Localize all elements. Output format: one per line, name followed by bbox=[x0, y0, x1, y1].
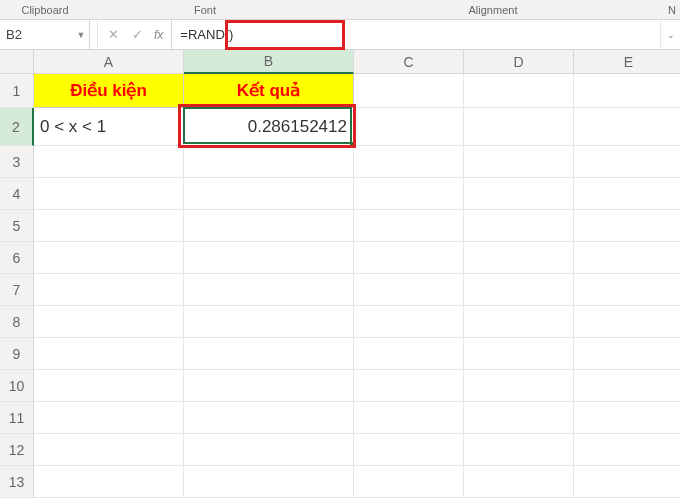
cell-E7[interactable] bbox=[574, 274, 680, 306]
cell-E9[interactable] bbox=[574, 338, 680, 370]
row-header-5[interactable]: 5 bbox=[0, 210, 34, 242]
cell-value: Kết quả bbox=[237, 80, 300, 101]
cell-C6[interactable] bbox=[354, 242, 464, 274]
cell-A13[interactable] bbox=[34, 466, 184, 498]
cell-A2[interactable]: 0 < x < 1 bbox=[34, 108, 184, 146]
fx-icon[interactable]: fx bbox=[154, 28, 163, 42]
name-box-value: B2 bbox=[0, 27, 73, 42]
select-all-corner[interactable] bbox=[0, 50, 34, 74]
row-header-2[interactable]: 2 bbox=[0, 108, 34, 146]
cell-D6[interactable] bbox=[464, 242, 574, 274]
chevron-down-icon[interactable]: ⌄ bbox=[660, 20, 680, 49]
cell-C7[interactable] bbox=[354, 274, 464, 306]
cell-B5[interactable] bbox=[184, 210, 354, 242]
row-header-9[interactable]: 9 bbox=[0, 338, 34, 370]
cell-D12[interactable] bbox=[464, 434, 574, 466]
separator bbox=[90, 20, 98, 49]
cell-C12[interactable] bbox=[354, 434, 464, 466]
cell-A12[interactable] bbox=[34, 434, 184, 466]
cell-B2[interactable]: 0.286152412 bbox=[184, 108, 354, 146]
cell-B3[interactable] bbox=[184, 146, 354, 178]
cell-E6[interactable] bbox=[574, 242, 680, 274]
cell-B11[interactable] bbox=[184, 402, 354, 434]
cell-A8[interactable] bbox=[34, 306, 184, 338]
cell-A4[interactable] bbox=[34, 178, 184, 210]
cell-C10[interactable] bbox=[354, 370, 464, 402]
cell-C9[interactable] bbox=[354, 338, 464, 370]
row-header-4[interactable]: 4 bbox=[0, 178, 34, 210]
cell-C8[interactable] bbox=[354, 306, 464, 338]
cell-D13[interactable] bbox=[464, 466, 574, 498]
accept-icon[interactable]: ✓ bbox=[130, 27, 144, 42]
cell-B8[interactable] bbox=[184, 306, 354, 338]
row-header-12[interactable]: 12 bbox=[0, 434, 34, 466]
cell-D11[interactable] bbox=[464, 402, 574, 434]
row-header-1[interactable]: 1 bbox=[0, 74, 34, 108]
column-header-E[interactable]: E bbox=[574, 50, 680, 74]
cell-E1[interactable] bbox=[574, 74, 680, 108]
cell-B6[interactable] bbox=[184, 242, 354, 274]
spreadsheet-grid: ABCDE 12345678910111213 Điều kiệnKết quả… bbox=[0, 50, 680, 500]
cell-B13[interactable] bbox=[184, 466, 354, 498]
cancel-icon[interactable]: ✕ bbox=[106, 27, 120, 42]
cell-B12[interactable] bbox=[184, 434, 354, 466]
cell-C2[interactable] bbox=[354, 108, 464, 146]
cell-A3[interactable] bbox=[34, 146, 184, 178]
cell-D10[interactable] bbox=[464, 370, 574, 402]
cell-A11[interactable] bbox=[34, 402, 184, 434]
row-header-13[interactable]: 13 bbox=[0, 466, 34, 498]
cell-A7[interactable] bbox=[34, 274, 184, 306]
cell-C1[interactable] bbox=[354, 74, 464, 108]
column-header-C[interactable]: C bbox=[354, 50, 464, 74]
cell-E8[interactable] bbox=[574, 306, 680, 338]
column-header-B[interactable]: B bbox=[184, 50, 354, 74]
row-header-6[interactable]: 6 bbox=[0, 242, 34, 274]
cell-A1[interactable]: Điều kiện bbox=[34, 74, 184, 108]
cell-E13[interactable] bbox=[574, 466, 680, 498]
cell-B4[interactable] bbox=[184, 178, 354, 210]
cell-C13[interactable] bbox=[354, 466, 464, 498]
chevron-down-icon[interactable]: ▼ bbox=[73, 30, 89, 40]
formula-input[interactable]: =RAND() bbox=[171, 20, 660, 49]
cell-E10[interactable] bbox=[574, 370, 680, 402]
cell-E4[interactable] bbox=[574, 178, 680, 210]
cell-C5[interactable] bbox=[354, 210, 464, 242]
row-header-3[interactable]: 3 bbox=[0, 146, 34, 178]
cell-B1[interactable]: Kết quả bbox=[184, 74, 354, 108]
cell-E2[interactable] bbox=[574, 108, 680, 146]
cell-A6[interactable] bbox=[34, 242, 184, 274]
cell-D3[interactable] bbox=[464, 146, 574, 178]
cell-B9[interactable] bbox=[184, 338, 354, 370]
name-box[interactable]: B2 ▼ bbox=[0, 20, 90, 49]
cell-E3[interactable] bbox=[574, 146, 680, 178]
row-header-8[interactable]: 8 bbox=[0, 306, 34, 338]
cell-A5[interactable] bbox=[34, 210, 184, 242]
cell-B7[interactable] bbox=[184, 274, 354, 306]
column-header-A[interactable]: A bbox=[34, 50, 184, 74]
cell-B10[interactable] bbox=[184, 370, 354, 402]
cell-D4[interactable] bbox=[464, 178, 574, 210]
row-header-7[interactable]: 7 bbox=[0, 274, 34, 306]
cell-D9[interactable] bbox=[464, 338, 574, 370]
cell-A9[interactable] bbox=[34, 338, 184, 370]
cell-C4[interactable] bbox=[354, 178, 464, 210]
cell-D8[interactable] bbox=[464, 306, 574, 338]
cell-E5[interactable] bbox=[574, 210, 680, 242]
cell-C3[interactable] bbox=[354, 146, 464, 178]
cell-C11[interactable] bbox=[354, 402, 464, 434]
row-header-11[interactable]: 11 bbox=[0, 402, 34, 434]
cell-value: Điều kiện bbox=[70, 80, 147, 101]
column-header-D[interactable]: D bbox=[464, 50, 574, 74]
row-headers: 12345678910111213 bbox=[0, 74, 34, 498]
fill-handle[interactable] bbox=[350, 142, 356, 148]
cell-D1[interactable] bbox=[464, 74, 574, 108]
cell-E12[interactable] bbox=[574, 434, 680, 466]
cell-D2[interactable] bbox=[464, 108, 574, 146]
row-header-10[interactable]: 10 bbox=[0, 370, 34, 402]
cell-A10[interactable] bbox=[34, 370, 184, 402]
cell-D5[interactable] bbox=[464, 210, 574, 242]
cell-value: 0.286152412 bbox=[248, 117, 347, 137]
cell-E11[interactable] bbox=[574, 402, 680, 434]
formula-bar: B2 ▼ ✕ ✓ fx =RAND() ⌄ bbox=[0, 20, 680, 50]
cell-D7[interactable] bbox=[464, 274, 574, 306]
